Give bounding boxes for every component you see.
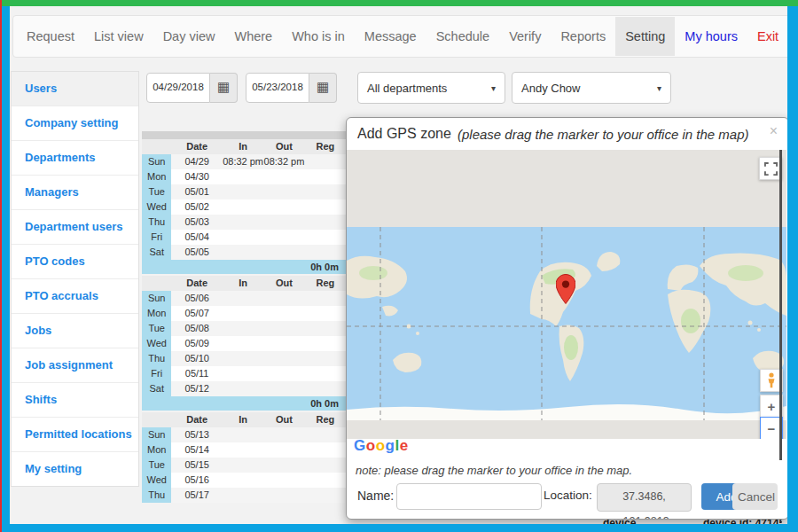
nav-item-message[interactable]: Message	[355, 17, 426, 56]
sidebar-item-permitted-locations[interactable]: Permitted locations	[12, 418, 138, 452]
date-to-input[interactable]: 05/23/2018	[246, 73, 309, 103]
name-input[interactable]	[396, 483, 542, 510]
out-cell	[263, 473, 304, 488]
date-cell: 05/07	[171, 306, 223, 321]
timesheet-row[interactable]: Sat05/12	[142, 381, 346, 396]
reg-cell	[305, 200, 346, 215]
column-header-reg: Reg	[305, 412, 346, 427]
reg-cell	[305, 154, 346, 169]
sidebar-item-company-setting[interactable]: Company setting	[12, 106, 138, 141]
day-cell: Thu	[142, 488, 171, 503]
nav-item-reports[interactable]: Reports	[551, 17, 615, 56]
reg-cell	[305, 291, 346, 306]
nav-item-who-is-in[interactable]: Who is in	[282, 17, 355, 56]
timesheet-row[interactable]: Wed05/09	[142, 336, 346, 351]
in-cell	[223, 184, 263, 200]
map-marker-pin[interactable]	[556, 274, 575, 304]
timesheet-row[interactable]: Sat05/05	[142, 245, 346, 260]
modal-subtitle: (please drag the marker to your office i…	[458, 127, 749, 142]
reg-cell	[305, 366, 346, 381]
date-cell: 05/08	[171, 321, 223, 336]
google-logo-letter: o	[376, 437, 386, 454]
modal-scrollbar[interactable]	[779, 150, 782, 460]
department-select[interactable]: All departments ▾	[357, 72, 505, 104]
sidebar-item-pto-accruals[interactable]: PTO accruals	[12, 279, 138, 314]
date-cell: 05/16	[171, 473, 223, 488]
nav-item-day-view[interactable]: Day view	[153, 17, 225, 56]
timesheet-row[interactable]: Sun05/13	[142, 427, 346, 442]
nav-item-where[interactable]: Where	[224, 17, 282, 56]
date-cell: 05/11	[171, 366, 223, 381]
day-column-header	[142, 412, 171, 427]
day-cell: Thu	[142, 351, 171, 366]
nav-item-exit[interactable]: Exit	[747, 17, 788, 56]
google-logo[interactable]: Google	[354, 437, 409, 455]
timesheet-row[interactable]: Tue05/08	[142, 321, 346, 336]
timesheet-row[interactable]: Wed05/16	[142, 473, 346, 488]
timesheet-row[interactable]: Fri05/11	[142, 366, 346, 381]
timesheet-row[interactable]: Sun05/06	[142, 291, 346, 306]
user-select[interactable]: Andy Chow ▾	[512, 72, 671, 104]
frame-bottom-blue-bar	[2, 524, 798, 532]
timesheet-row[interactable]: Mon05/14	[142, 442, 346, 458]
date-to-calendar-icon[interactable]: ▦	[309, 73, 337, 103]
timesheet-row[interactable]: Mon05/07	[142, 306, 346, 321]
sidebar-item-job-assignment[interactable]: Job assignment	[12, 348, 138, 383]
sidebar-item-pto-codes[interactable]: PTO codes	[12, 245, 138, 279]
cancel-button[interactable]: Cancel	[732, 483, 778, 510]
sidebar-item-users[interactable]: Users	[12, 72, 138, 106]
nav-item-my-hours[interactable]: My hours	[675, 17, 747, 56]
timesheet-row[interactable]: Sun04/2908:32 pm08:32 pm	[142, 154, 346, 169]
nav-items: RequestList viewDay viewWhereWho is inMe…	[17, 16, 788, 57]
google-map[interactable]: + −	[347, 150, 786, 439]
nav-item-schedule[interactable]: Schedule	[426, 17, 499, 56]
out-cell	[263, 215, 304, 230]
timesheet-row[interactable]: Fri05/04	[142, 230, 346, 245]
reg-cell	[305, 488, 346, 503]
frame-top-green-bar	[2, 0, 798, 6]
user-select-value: Andy Chow	[521, 82, 580, 95]
timesheet-row[interactable]: Wed05/02	[142, 200, 346, 215]
location-label: Location:	[544, 489, 592, 502]
timesheet-row[interactable]: Tue05/01	[142, 184, 346, 200]
reg-cell	[305, 230, 346, 245]
pegman-icon	[765, 372, 778, 388]
google-logo-letter: o	[366, 437, 376, 454]
timesheet-header-row: DateInOutReg	[142, 139, 346, 154]
date-cell: 05/06	[171, 291, 223, 306]
timesheet-row[interactable]: Mon04/30	[142, 169, 346, 184]
timesheet-row[interactable]: Thu05/10	[142, 351, 346, 366]
sidebar-item-departments[interactable]: Departments	[12, 141, 138, 176]
nav-item-setting[interactable]: Setting	[615, 17, 675, 56]
date-to-group: 05/23/2018 ▦	[246, 73, 337, 101]
in-cell	[223, 245, 263, 260]
nav-item-request[interactable]: Request	[17, 17, 84, 56]
in-cell	[223, 366, 263, 381]
date-from-calendar-icon[interactable]: ▦	[210, 73, 238, 103]
in-cell	[223, 169, 263, 184]
sidebar-item-department-users[interactable]: Department users	[12, 210, 138, 245]
out-cell	[263, 230, 304, 245]
sidebar-item-jobs[interactable]: Jobs	[12, 314, 138, 348]
column-header-out: Out	[263, 276, 304, 291]
out-cell	[263, 366, 304, 381]
timesheet-row[interactable]: Thu05/03	[142, 215, 346, 230]
nav-item-list-view[interactable]: List view	[84, 17, 153, 56]
out-cell	[263, 200, 304, 215]
in-cell	[223, 200, 263, 215]
sidebar-item-my-setting[interactable]: My setting	[12, 452, 138, 486]
timesheet-groups: DateInOutRegSun04/2908:32 pm08:32 pmMon0…	[142, 139, 346, 503]
sidebar-item-managers[interactable]: Managers	[12, 176, 138, 210]
chevron-down-icon: ▾	[491, 83, 496, 93]
reg-cell	[305, 215, 346, 230]
reg-cell	[305, 473, 346, 488]
timesheet-row[interactable]: Thu05/17	[142, 488, 346, 503]
reg-cell	[305, 381, 346, 396]
day-cell: Sun	[142, 154, 171, 169]
timesheet-row[interactable]: Tue05/15	[142, 458, 346, 473]
sidebar-item-shifts[interactable]: Shifts	[12, 383, 138, 418]
nav-item-verify[interactable]: Verify	[499, 17, 551, 56]
date-from-input[interactable]: 04/29/2018	[146, 73, 210, 103]
close-icon[interactable]: ×	[770, 123, 778, 139]
reg-cell	[305, 336, 346, 351]
